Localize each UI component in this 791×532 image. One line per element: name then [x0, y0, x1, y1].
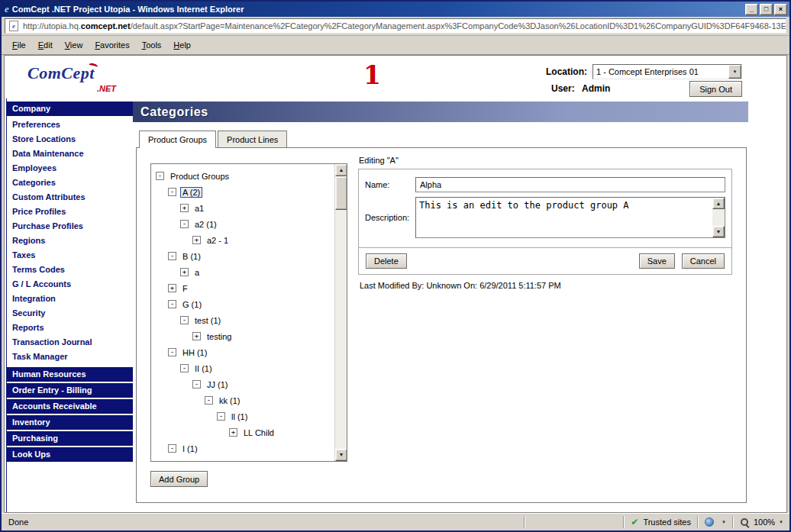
sidebar-item-data-maintenance[interactable]: Data Maintenance [7, 147, 133, 161]
scrollbar-thumb[interactable] [335, 176, 347, 210]
tree-node: +a [151, 264, 334, 280]
expand-icon[interactable]: + [180, 268, 189, 276]
menu-file[interactable]: File [6, 37, 32, 53]
tree-node-label[interactable]: ll (1) [229, 411, 250, 422]
tree-node-label[interactable]: JJ (1) [205, 379, 231, 390]
expand-icon[interactable]: + [168, 284, 176, 292]
collapse-icon[interactable]: - [168, 444, 176, 453]
address-input[interactable]: e http://utopia.hq.comcept.net/default.a… [5, 18, 786, 34]
collapse-icon[interactable]: - [217, 412, 225, 421]
expand-icon[interactable]: + [180, 204, 189, 212]
location-select-value: 1 - Comcept Enterprises 01 [593, 67, 728, 76]
sidebar-item-price-profiles[interactable]: Price Profiles [7, 205, 133, 219]
sidebar-item-security[interactable]: Security [7, 306, 133, 321]
sidebar-item-transaction-journal[interactable]: Transaction Journal [7, 335, 133, 350]
sidebar-item-reports[interactable]: Reports [7, 321, 133, 335]
menu-view[interactable]: View [59, 37, 89, 53]
tree-node-label[interactable]: LL Child [241, 427, 276, 438]
tree-node-label[interactable]: a1 [192, 203, 206, 214]
dropdown-arrow-icon[interactable]: ▼ [728, 65, 741, 79]
sidebar-item-purchasing[interactable]: Purchasing [7, 431, 133, 446]
tree-node-label[interactable]: a [192, 267, 202, 278]
cancel-button[interactable]: Cancel [682, 253, 725, 269]
collapse-icon[interactable]: - [180, 220, 189, 228]
scroll-down-icon[interactable]: ▼ [335, 449, 347, 461]
sidebar-item-preferences[interactable]: Preferences [7, 118, 133, 132]
sidebar-item-terms-codes[interactable]: Terms Codes [7, 263, 133, 277]
sidebar-item-employees[interactable]: Employees [7, 161, 133, 176]
tab-product-groups[interactable]: Product Groups [139, 131, 216, 148]
sidebar-item-purchase-profiles[interactable]: Purchase Profiles [7, 219, 133, 234]
editor-box: Name: Description: This is an edit to th… [358, 169, 732, 275]
titlebar: e ComCept .NET Project Utopia - Windows … [2, 2, 789, 17]
collapse-icon[interactable]: - [205, 396, 213, 405]
tree-node-label-selected[interactable]: A (2) [180, 187, 202, 198]
menu-favorites[interactable]: Favorites [89, 37, 135, 53]
tree-node-label[interactable]: F [180, 283, 190, 294]
sidebar-item-company[interactable]: Company [7, 102, 133, 116]
tree-node-label[interactable]: G (1) [180, 299, 204, 310]
collapse-icon[interactable]: - [168, 252, 176, 260]
collapse-icon[interactable]: - [168, 188, 176, 196]
delete-button[interactable]: Delete [366, 253, 407, 269]
close-button[interactable]: × [774, 4, 787, 15]
save-button[interactable]: Save [639, 253, 675, 269]
expand-icon[interactable]: + [229, 428, 237, 437]
expand-icon[interactable]: + [192, 236, 201, 244]
sidebar-item-order-entry-billing[interactable]: Order Entry - Billing [7, 383, 133, 398]
sidebar-item-task-manager[interactable]: Task Manager [7, 350, 133, 364]
sidebar-item-gl-accounts[interactable]: G / L Accounts [7, 277, 133, 292]
tree-node: +F [151, 280, 334, 296]
tree-node: -HH (1) [151, 344, 334, 360]
tree-node-label[interactable]: a2 - 1 [205, 235, 231, 246]
tree-node-label[interactable]: a2 (1) [192, 219, 219, 230]
chevron-down-icon[interactable]: ▼ [722, 520, 726, 524]
sidebar-item-integration[interactable]: Integration [7, 292, 133, 306]
sidebar-item-accounts-receivable[interactable]: Accounts Receivable [7, 399, 133, 414]
protected-mode-segment[interactable]: ▼ [699, 516, 732, 529]
description-scrollbar[interactable]: ▲ ▼ [712, 198, 725, 237]
tree-node-label[interactable]: kk (1) [217, 395, 243, 406]
name-input[interactable] [415, 177, 725, 192]
sidebar-item-look-ups[interactable]: Look Ups [7, 447, 133, 462]
chevron-down-icon[interactable]: ▼ [779, 520, 783, 524]
collapse-icon[interactable]: - [168, 300, 176, 308]
collapse-icon[interactable]: - [156, 172, 164, 180]
minimize-button[interactable]: _ [745, 4, 758, 15]
collapse-icon[interactable]: - [168, 348, 176, 356]
add-group-button[interactable]: Add Group [150, 471, 208, 487]
sidebar-item-inventory[interactable]: Inventory [7, 415, 133, 430]
scroll-up-icon[interactable]: ▲ [335, 164, 347, 176]
collapse-icon[interactable]: - [192, 380, 201, 389]
description-textarea[interactable]: This is an edit to the product group A [416, 198, 712, 237]
tree-node-label[interactable]: B (1) [180, 251, 203, 262]
location-select[interactable]: 1 - Comcept Enterprises 01 ▼ [592, 64, 742, 79]
sidebar-item-store-locations[interactable]: Store Locations [7, 132, 133, 147]
scroll-up-icon[interactable]: ▲ [712, 198, 725, 209]
menu-tools[interactable]: Tools [136, 37, 168, 53]
tree-scrollbar[interactable]: ▲ ▼ [334, 164, 347, 461]
collapse-icon[interactable]: - [180, 364, 189, 372]
menu-help[interactable]: Help [167, 37, 197, 53]
zoom-segment[interactable]: 100% ▼ [734, 516, 789, 529]
sidebar-item-regions[interactable]: Regions [7, 234, 133, 248]
tree-node-label[interactable]: I (1) [180, 443, 200, 454]
tree-node-label[interactable]: test (1) [192, 315, 223, 326]
tab-product-lines[interactable]: Product Lines [218, 131, 287, 147]
tree-node-label[interactable]: II (1) [192, 363, 215, 374]
menu-edit[interactable]: Edit [32, 37, 59, 53]
tree-node-label[interactable]: HH (1) [180, 347, 209, 358]
expand-icon[interactable]: + [192, 332, 201, 340]
sidebar-item-categories[interactable]: Categories [7, 176, 133, 190]
maximize-button[interactable]: □ [760, 4, 773, 15]
sidebar-item-custom-attributes[interactable]: Custom Attributes [7, 190, 133, 205]
sidebar-item-human-resources[interactable]: Human Resources [7, 367, 133, 382]
tree-node-label[interactable]: testing [205, 331, 234, 342]
collapse-icon[interactable]: - [180, 316, 189, 324]
sign-out-button[interactable]: Sign Out [689, 81, 742, 97]
app-header: ComCept .NET 1 Location: 1 - Comcept Ent… [5, 56, 786, 98]
sidebar-item-taxes[interactable]: Taxes [7, 248, 133, 263]
tree-node-label[interactable]: Product Groups [168, 171, 231, 182]
security-zone-segment[interactable]: ✔ Trusted sites [625, 516, 697, 529]
scroll-down-icon[interactable]: ▼ [712, 226, 725, 237]
